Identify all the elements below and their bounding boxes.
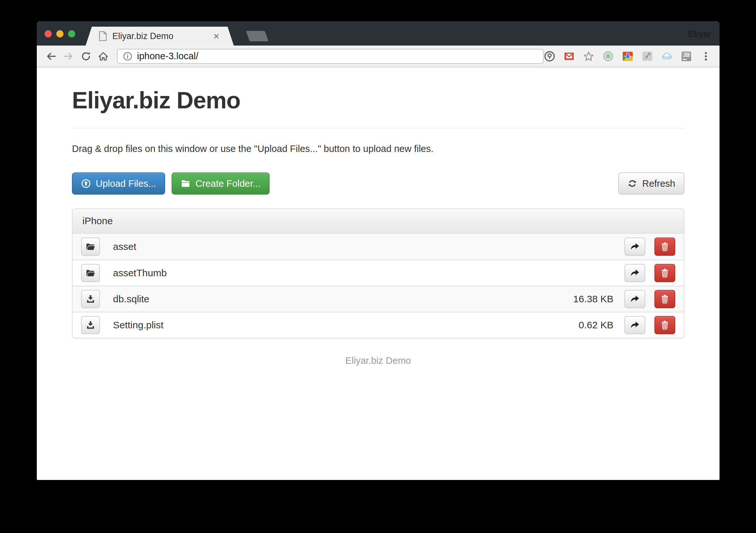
browser-tab[interactable]: Eliyar.biz Demo ×: [86, 27, 234, 45]
yaaw-extension-button[interactable]: YAAW: [661, 50, 673, 62]
share-button[interactable]: [625, 290, 645, 308]
row-actions: [625, 316, 675, 334]
refresh-button[interactable]: Refresh: [618, 172, 684, 194]
delete-button[interactable]: [654, 238, 675, 256]
action-buttons-row: Upload Files... Create Folder...: [72, 172, 684, 194]
home-icon: [98, 51, 109, 62]
refresh-icon: [627, 179, 637, 189]
reload-icon: [80, 51, 92, 62]
file-name[interactable]: db.sqlite: [113, 293, 149, 305]
share-button[interactable]: [625, 264, 645, 282]
trash-icon: [660, 294, 670, 304]
instructions-text: Drag & drop files on this window or use …: [72, 143, 684, 154]
green-dot-icon: [603, 51, 614, 62]
create-folder-label: Create Folder...: [195, 178, 260, 189]
gmail-extension-button[interactable]: [563, 50, 575, 62]
upload-icon: [81, 179, 91, 189]
bookmark-button[interactable]: [583, 50, 595, 62]
trash-icon: [660, 268, 670, 278]
create-folder-button[interactable]: Create Folder...: [172, 172, 270, 194]
downloader-icon: [622, 51, 633, 62]
footer-text: Eliyar.biz Demo: [72, 355, 684, 366]
desktop: { "colors": { "titlebar": "#2c3137", "to…: [0, 0, 756, 533]
page-title: Eliyar.biz Demo: [72, 67, 684, 114]
pushpin-icon: [642, 51, 653, 62]
share-arrow-icon: [630, 294, 640, 304]
file-name[interactable]: assetThumb: [113, 267, 167, 279]
share-arrow-icon: [630, 268, 640, 278]
bookmark-star-icon: [583, 51, 594, 62]
open-folder-button[interactable]: [81, 238, 100, 256]
url-text[interactable]: iphone-3.local/: [137, 51, 199, 62]
share-arrow-icon: [630, 320, 640, 330]
row-actions: [625, 264, 675, 282]
forward-icon: [63, 51, 74, 62]
download-icon: [86, 294, 95, 304]
upload-files-button[interactable]: Upload Files...: [72, 172, 165, 194]
green-dot-extension-button[interactable]: [602, 50, 614, 62]
onepassword-icon: [544, 51, 555, 62]
jetbrains-icon: JB: [681, 51, 692, 62]
yaaw-cloud-label: YAAW: [662, 55, 671, 58]
trash-icon: [660, 320, 670, 330]
kebab-menu-icon: [700, 51, 712, 62]
tab-title: Eliyar.biz Demo: [112, 31, 210, 41]
share-arrow-icon: [630, 241, 640, 252]
home-button[interactable]: [97, 50, 109, 63]
open-folder-button[interactable]: [81, 264, 100, 282]
share-button[interactable]: [625, 238, 645, 256]
extension-area: YAAW JB: [544, 50, 712, 62]
trash-icon: [660, 242, 670, 252]
jetbrains-extension-button[interactable]: JB: [681, 50, 692, 62]
tab-close-icon[interactable]: ×: [213, 31, 219, 41]
reload-button[interactable]: [79, 50, 92, 63]
chrome-menu-button[interactable]: [700, 50, 712, 62]
delete-button[interactable]: [654, 316, 675, 334]
address-bar[interactable]: iphone-3.local/: [117, 49, 544, 64]
page-info-icon[interactable]: [123, 51, 132, 61]
forward-button[interactable]: [62, 50, 74, 63]
share-button[interactable]: [625, 316, 645, 334]
back-icon: [45, 51, 57, 62]
traffic-lights: [44, 30, 75, 38]
table-row-assetthumb: assetThumb: [73, 260, 684, 286]
back-button[interactable]: [44, 50, 57, 63]
browser-toolbar: iphone-3.local/: [37, 45, 719, 67]
page-content: Eliyar.biz Demo Drag & drop files on thi…: [37, 67, 719, 479]
download-file-button[interactable]: [81, 316, 100, 334]
document-favicon-icon: [99, 31, 107, 41]
file-size: 16.38 KB: [573, 293, 613, 305]
folder-open-icon: [86, 242, 95, 252]
new-tab-button[interactable]: [246, 31, 269, 41]
refresh-label: Refresh: [642, 178, 675, 189]
table-row-settingplist: Setting.plist 0.62 KB: [73, 312, 684, 338]
zoom-window-button[interactable]: [68, 30, 75, 38]
title-divider: [72, 128, 684, 129]
minimize-window-button[interactable]: [56, 30, 64, 38]
folder-icon: [181, 179, 190, 189]
browser-window: Eliyar.biz Demo × Eliyar: [37, 21, 719, 480]
folder-open-icon: [86, 268, 95, 278]
onepassword-extension-button[interactable]: [544, 50, 555, 62]
file-name[interactable]: asset: [113, 241, 136, 252]
upload-files-label: Upload Files...: [96, 178, 156, 189]
delete-button[interactable]: [654, 264, 675, 282]
gmail-icon: [564, 51, 575, 62]
downloader-extension-button[interactable]: [622, 50, 634, 62]
row-actions: [625, 290, 675, 308]
panel-header: iPhone: [73, 209, 684, 234]
download-icon: [86, 320, 95, 330]
file-size: 0.62 KB: [579, 319, 613, 331]
delete-button[interactable]: [654, 290, 675, 308]
chrome-profile-label: Eliyar: [688, 29, 711, 39]
file-panel: iPhone asset: [72, 208, 684, 339]
download-file-button[interactable]: [81, 290, 100, 308]
titlebar: Eliyar.biz Demo × Eliyar: [37, 21, 719, 45]
table-row-dbsqlite: db.sqlite 16.38 KB: [73, 286, 684, 312]
close-window-button[interactable]: [44, 30, 52, 38]
pushpin-extension-button[interactable]: [641, 50, 653, 62]
table-row-asset: asset: [73, 234, 684, 260]
row-actions: [625, 238, 675, 256]
file-name[interactable]: Setting.plist: [113, 319, 163, 331]
